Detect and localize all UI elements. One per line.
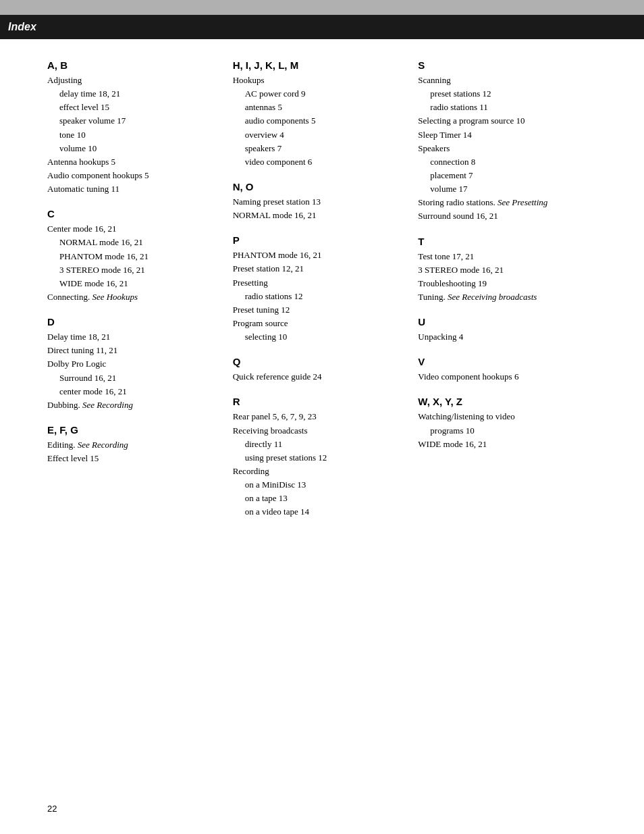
section-header-ab: A, B [47,59,219,71]
column-2: H, I, J, K, L, MHookupsAC power cord 9an… [233,59,419,519]
entry-ab-3: speaker volume 17 [47,114,219,128]
entry-r-5: on a MiniDisc 13 [233,478,405,492]
entry-p-1: Preset station 12, 21 [233,262,405,276]
entry-hijklm-3: audio components 5 [233,114,405,128]
entry-s-4: Sleep Timer 14 [418,128,590,142]
entry-c-0: Center mode 16, 21 [47,222,219,236]
entry-d-3: Surround 16, 21 [47,371,219,385]
entry-v-0: Video component hookups 6 [418,370,590,384]
entry-s-6: connection 8 [418,155,590,169]
section-header-s: S [418,59,590,71]
entry-d-2: Dolby Pro Logic [47,357,219,371]
section-header-efg: E, F, G [47,424,219,436]
entry-ab-7: Audio component hookups 5 [47,169,219,182]
entry-p-3: radio stations 12 [233,290,405,303]
entry-r-6: on a tape 13 [233,492,405,505]
entry-efg-0: Editing. See Recording [47,438,219,452]
entry-c-5: Connecting. See Hookups [47,290,219,304]
entry-c-4: WIDE mode 16, 21 [47,277,219,290]
entry-u-0: Unpacking 4 [418,330,590,344]
entry-p-5: Program source [233,317,405,330]
entry-ab-8: Automatic tuning 11 [47,182,219,196]
section-header-no: N, O [233,181,405,192]
entry-d-0: Delay time 18, 21 [47,330,219,344]
entry-wxyz-0: Watching/listening to video [418,410,590,423]
entry-hijklm-6: video component 6 [233,155,405,169]
entry-r-2: directly 11 [233,438,405,451]
entry-hijklm-0: Hookups [233,74,405,87]
entry-no-0: Naming preset station 13 [233,195,405,209]
entry-s-7: placement 7 [418,169,590,182]
section-header-p: P [233,234,405,246]
entry-s-0: Scanning [418,74,590,87]
section-header-u: U [418,316,590,328]
entry-hijklm-1: AC power cord 9 [233,87,405,101]
entry-r-3: using preset stations 12 [233,451,405,465]
entry-s-3: Selecting a program source 10 [418,114,590,128]
top-image-strip [0,0,644,15]
entry-s-1: preset stations 12 [418,87,590,101]
entry-wxyz-2: WIDE mode 16, 21 [418,438,590,451]
page-number: 22 [47,804,57,814]
section-header-r: R [233,396,405,407]
entry-r-0: Rear panel 5, 6, 7, 9, 23 [233,410,405,423]
entry-r-1: Receiving broadcasts [233,424,405,438]
entry-p-6: selecting 10 [233,330,405,344]
section-header-d: D [47,316,219,328]
entry-wxyz-1: programs 10 [418,424,590,438]
entry-s-2: radio stations 11 [418,101,590,114]
entry-c-2: PHANTOM mode 16, 21 [47,250,219,263]
entry-p-4: Preset tuning 12 [233,303,405,317]
index-columns: A, BAdjustingdelay time 18, 21effect lev… [47,59,603,519]
page-content: A, BAdjustingdelay time 18, 21effect lev… [0,39,644,546]
entry-ab-5: volume 10 [47,142,219,155]
entry-ab-1: delay time 18, 21 [47,87,219,101]
entry-hijklm-2: antennas 5 [233,101,405,114]
entry-c-3: 3 STEREO mode 16, 21 [47,263,219,277]
column-3: SScanningpreset stations 12radio station… [418,59,603,519]
entry-ab-4: tone 10 [47,128,219,142]
entry-d-4: center mode 16, 21 [47,385,219,398]
entry-s-9: Storing radio stations. See Presetting [418,196,590,209]
entry-p-0: PHANTOM mode 16, 21 [233,249,405,262]
entry-t-1: 3 STEREO mode 16, 21 [418,263,590,277]
index-title: Index [8,21,36,33]
entry-hijklm-4: overview 4 [233,128,405,142]
section-header-wxyz: W, X, Y, Z [418,396,590,407]
section-header-hijklm: H, I, J, K, L, M [233,59,405,71]
entry-s-5: Speakers [418,142,590,155]
entry-t-3: Tuning. See Receiving broadcasts [418,290,590,304]
column-1: A, BAdjustingdelay time 18, 21effect lev… [47,59,233,519]
entry-r-4: Recording [233,465,405,478]
entry-no-1: NORMAL mode 16, 21 [233,209,405,222]
section-header-v: V [418,356,590,367]
entry-ab-6: Antenna hookups 5 [47,155,219,169]
entry-t-2: Troubleshooting 19 [418,277,590,290]
entry-ab-0: Adjusting [47,74,219,87]
entry-p-2: Presetting [233,276,405,290]
entry-q-0: Quick reference guide 24 [233,370,405,384]
entry-s-10: Surround sound 16, 21 [418,209,590,223]
header-bar: Index [0,15,644,39]
section-header-q: Q [233,356,405,367]
entry-c-1: NORMAL mode 16, 21 [47,236,219,249]
entry-r-7: on a video tape 14 [233,505,405,519]
section-header-c: C [47,208,219,219]
entry-t-0: Test tone 17, 21 [418,250,590,263]
entry-efg-1: Effect level 15 [47,452,219,465]
entry-s-8: volume 17 [418,182,590,196]
entry-d-5: Dubbing. See Recording [47,398,219,412]
entry-d-1: Direct tuning 11, 21 [47,344,219,357]
section-header-t: T [418,236,590,247]
entry-hijklm-5: speakers 7 [233,142,405,155]
entry-ab-2: effect level 15 [47,101,219,114]
